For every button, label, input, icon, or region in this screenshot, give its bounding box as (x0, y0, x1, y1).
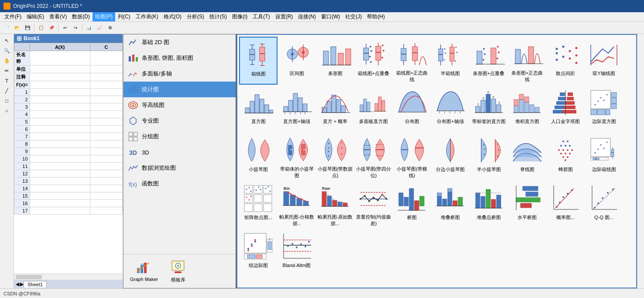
tb-copy[interactable]: 📋 (36, 23, 46, 33)
menu-item-s[interactable]: 统计(S) (207, 12, 230, 21)
wb-cell[interactable] (90, 170, 122, 178)
dropdown-item-specialty[interactable]: 专业图 (123, 113, 236, 129)
wb-cell[interactable] (90, 96, 122, 103)
wb-cell[interactable] (30, 111, 90, 118)
tb-paste[interactable]: 📌 (47, 23, 56, 33)
tb-data[interactable]: 📈 (95, 23, 104, 33)
tool-ellipse[interactable]: ○ (1, 106, 13, 116)
wb-cell[interactable] (90, 207, 122, 215)
chart-item-boxdot[interactable]: 箱线图+点重叠 (354, 37, 393, 85)
wb-cell[interactable] (30, 73, 90, 81)
chart-item-qq[interactable]: Q-Q 图... (585, 181, 623, 229)
wb-cell[interactable] (30, 118, 90, 126)
wb-cell[interactable] (30, 51, 90, 65)
menu-item-w[interactable]: 窗口(W) (319, 12, 343, 21)
wb-cell[interactable] (90, 133, 122, 140)
menu-item-s[interactable]: 分析(S) (184, 12, 207, 21)
wb-cell[interactable] (30, 192, 90, 200)
wb-cell[interactable] (90, 103, 122, 111)
wb-cell[interactable] (30, 200, 90, 207)
wb-cell[interactable] (90, 118, 122, 126)
chart-item-histrug[interactable]: 直方图+轴须 (277, 85, 316, 133)
tb-save[interactable]: 💾 (23, 23, 32, 33)
chart-item-blandaltman[interactable]: Bland-Altm图 (277, 229, 316, 277)
chart-item-histprob[interactable]: 直方 + 概率 (316, 85, 354, 133)
wb-cell[interactable] (90, 163, 122, 170)
chart-item-bar[interactable]: 条形图 (316, 37, 354, 85)
dropdown-item-grouped[interactable]: 分组图 (123, 129, 236, 144)
dropdown-item-basic2d[interactable]: 基础 2D 图 (123, 34, 236, 50)
chart-item-stackbridge[interactable]: 堆叠桥图 (431, 181, 469, 229)
tool-pan[interactable]: ✋ (1, 56, 13, 65)
wb-cell[interactable] (30, 155, 90, 163)
chart-item-qc[interactable]: 质量控制(均值极差) (354, 181, 393, 229)
dropdown-item-function[interactable]: f(x) 函数图 (123, 176, 236, 192)
wb-cell[interactable] (30, 163, 90, 170)
tool-line[interactable]: ╱ (1, 86, 13, 96)
menu-item-v[interactable]: 查看(V) (47, 12, 69, 21)
graph-maker-button[interactable]: Graph Maker (126, 257, 162, 285)
chart-item-halfbox[interactable]: 半箱线图 (431, 37, 469, 85)
menu-item-o[interactable]: 格式(O) (161, 12, 184, 21)
wb-cell[interactable] (90, 200, 122, 207)
sheet-prev[interactable]: ◀ (16, 281, 19, 287)
tool-zoom[interactable]: 🔍 (1, 46, 13, 55)
wb-cell[interactable] (90, 148, 122, 155)
wb-cell[interactable] (30, 207, 90, 215)
tb-undo[interactable]: ↩ (60, 23, 70, 33)
wb-cell[interactable] (90, 185, 122, 192)
chart-item-halfviolin[interactable]: 半小提琴图 (469, 133, 508, 181)
wb-cell[interactable] (30, 65, 90, 73)
menu-item-d[interactable]: 数据(D) (69, 12, 92, 21)
menu-item-t[interactable]: 工具(T) (250, 12, 272, 21)
chart-item-matrixscatter[interactable]: 矩阵散点图... (239, 181, 277, 229)
wb-cell[interactable] (90, 111, 122, 118)
tb-graph[interactable]: 📊 (84, 23, 94, 33)
tool-text[interactable]: T (1, 76, 13, 86)
tool-draw[interactable]: ✏ (1, 66, 13, 75)
menu-item-i[interactable]: 图像(I) (230, 12, 250, 21)
wb-cell[interactable] (30, 140, 90, 148)
wb-cell[interactable] (90, 140, 122, 148)
wb-cell[interactable] (90, 155, 122, 163)
chart-item-violindot[interactable]: 小提琴图(带数据点) (316, 133, 354, 181)
chart-item-boxplot[interactable]: 箱线图 (239, 37, 277, 85)
wb-cell[interactable] (30, 96, 90, 103)
chart-item-dotgap[interactable]: 散点间距 (546, 37, 585, 85)
dropdown-item-databrowse[interactable]: 数据浏览绘图 (123, 160, 236, 176)
chart-item-distrug[interactable]: 分布图+轴须 (431, 85, 469, 133)
wb-cell[interactable] (90, 65, 122, 73)
wb-cell[interactable] (30, 81, 90, 89)
menu-item-e[interactable]: 编辑(E) (24, 12, 47, 21)
chart-item-violinquartile[interactable]: 小提琴图(带四分位) (354, 133, 393, 181)
tb-settings[interactable]: ⚙ (105, 23, 115, 33)
sheet-tab-1[interactable]: Sheet1 (24, 281, 47, 288)
menu-item-k[interactable]: 工作表(K) (133, 12, 161, 21)
tb-redo[interactable]: ↪ (71, 23, 80, 33)
chart-item-histogram[interactable]: 直方图 (239, 85, 277, 133)
chart-item-violinline[interactable]: 小提琴图(带横线) (393, 133, 431, 181)
dropdown-item-3d[interactable]: 3D 3D (123, 144, 236, 160)
chart-item-splitviolin[interactable]: 分边小提琴图 (431, 133, 469, 181)
menu-item-c[interactable]: 列(C) (115, 12, 133, 21)
tb-new[interactable]: 📄 (2, 23, 11, 33)
wb-cell[interactable] (90, 81, 122, 89)
chart-item-dualyline[interactable]: 双Y轴线图 (585, 37, 623, 85)
chart-item-histlabel[interactable]: 2 5 8 6 3 带标签的直方图 (469, 85, 508, 133)
wb-cell[interactable] (30, 126, 90, 133)
wb-cell[interactable] (30, 148, 90, 155)
sheet-next[interactable]: ▶ (20, 281, 24, 287)
chart-item-stacktotalbridge[interactable]: 堆叠总桥图 (469, 181, 508, 229)
menu-item-j[interactable]: 社交(J) (343, 12, 364, 21)
template-library-button[interactable]: 模板库 (166, 257, 190, 285)
chart-item-distribution[interactable]: 分布图 (393, 85, 431, 133)
wb-cell[interactable] (30, 170, 90, 178)
wb-cell[interactable] (30, 178, 90, 185)
menu-item-f[interactable]: 文件(F) (2, 12, 24, 21)
chart-item-bardot[interactable]: 条形图+点重叠 (469, 37, 508, 85)
chart-item-hbridge[interactable]: 水平桥图 (508, 181, 546, 229)
tb-open[interactable]: 📂 (12, 23, 22, 33)
menu-item-n[interactable]: 连接(N) (295, 12, 319, 21)
wb-cell[interactable] (90, 51, 122, 65)
chart-item-stackhist[interactable]: 堆积直方图 (508, 85, 546, 133)
